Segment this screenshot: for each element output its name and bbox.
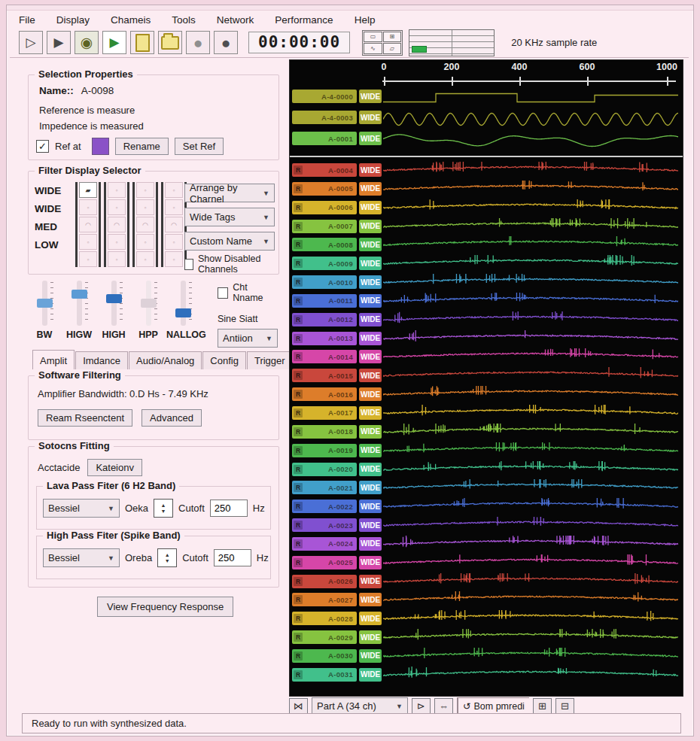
channel-trace[interactable] (383, 255, 678, 272)
analog-mode-dropdown[interactable]: Antiion▼ (218, 329, 278, 348)
port-selector[interactable]: Part A (34 ch)▼ (312, 697, 408, 715)
band-tag[interactable]: WIDE (359, 593, 382, 606)
channel-row[interactable]: RA-0024WIDE (290, 535, 683, 554)
channel-trace[interactable] (383, 311, 678, 329)
channel-label-bar[interactable]: RA-0012 (292, 313, 357, 326)
channel-label-bar[interactable]: RA-0013 (292, 332, 357, 345)
slider-handle[interactable] (37, 299, 53, 308)
band-slider-high[interactable]: HIGH (97, 281, 130, 340)
channel-row[interactable]: RA-0031WIDE (290, 666, 683, 685)
channel-row[interactable]: A-4-0003WIDE (290, 108, 683, 129)
waveform-display[interactable]: 02004006001000 A-4-0000WIDEA-4-0003WIDEA… (289, 59, 683, 697)
filter-matrix-cell[interactable]: ◦ (165, 251, 183, 267)
filter-matrix-cell[interactable]: ◦ (165, 199, 183, 215)
tab-trigger[interactable]: Trigger (247, 351, 293, 369)
filter-matrix-cell[interactable]: ◦ (108, 251, 126, 267)
band-tag[interactable]: WIDE (359, 387, 382, 401)
probe-map-button[interactable]: ▭ ⊞ ∿ ▱ (362, 30, 403, 56)
channel-trace[interactable] (383, 293, 678, 310)
pin-span-icon[interactable]: ⊳ (412, 698, 431, 715)
channel-trace[interactable] (383, 88, 678, 108)
channel-row[interactable]: RA-0027WIDE (290, 591, 683, 609)
channel-trace[interactable] (383, 330, 678, 348)
menu-chameis[interactable]: Chameis (109, 14, 152, 26)
filter-matrix-cell[interactable]: ◠ (79, 217, 97, 232)
grid-view-icon[interactable]: ⊞ (533, 698, 552, 715)
filter-matrix-cell[interactable]: ◦ (136, 199, 154, 215)
channel-label-bar[interactable]: RA-0016 (292, 387, 357, 401)
channel-label-bar[interactable]: RA-0019 (292, 444, 357, 457)
filter-matrix-cell[interactable]: ◦ (136, 251, 154, 267)
band-slider-higw[interactable]: HIGW (62, 281, 96, 340)
filter-matrix-cell[interactable]: ◠ (136, 217, 154, 232)
band-tag[interactable]: WIDE (359, 90, 382, 103)
record-settings-button[interactable]: ◉ (75, 31, 99, 54)
channel-label-bar[interactable]: RA-0026 (292, 575, 357, 588)
channel-trace[interactable] (383, 648, 678, 665)
filter-matrix-cell[interactable]: ◦ (79, 251, 97, 267)
band-tag[interactable]: WIDE (359, 425, 382, 439)
menu-performance[interactable]: Performance (273, 14, 334, 26)
tags-dropdown[interactable]: Wide Tags▼ (184, 208, 275, 226)
channel-row[interactable]: RA-0006WIDE (290, 199, 683, 217)
slider-handle[interactable] (106, 294, 122, 303)
channel-label-bar[interactable]: RA-0008 (292, 238, 357, 251)
play-green-button[interactable]: ▶ (102, 31, 126, 54)
channel-row[interactable]: RA-0021WIDE (290, 478, 683, 497)
filter-matrix-cell[interactable]: ◠ (165, 217, 183, 232)
arrange-dropdown[interactable]: Arrange by Charnel▼ (184, 184, 275, 202)
channel-label-bar[interactable]: RA-0018 (292, 425, 357, 439)
band-tag[interactable]: WIDE (359, 238, 382, 251)
channel-label-bar[interactable]: A-0001 (292, 132, 357, 145)
rename-button[interactable]: Rename (115, 138, 169, 155)
play-dark-button[interactable]: ▶ (47, 31, 71, 54)
channel-row[interactable]: RA-0016WIDE (290, 385, 683, 404)
channel-row[interactable]: RA-0020WIDE (290, 460, 683, 479)
channel-row[interactable]: RA-0009WIDE (290, 254, 683, 273)
channel-label-bar[interactable]: RA-0010 (292, 275, 357, 289)
channel-trace[interactable] (383, 181, 678, 198)
band-tag[interactable]: WIDE (359, 612, 382, 625)
channel-label-bar[interactable]: RA-0031 (292, 668, 357, 682)
band-tag[interactable]: WIDE (359, 111, 382, 124)
channel-row[interactable]: RA-0007WIDE (290, 217, 683, 236)
channel-label-bar[interactable]: RA-0011 (292, 294, 357, 308)
menu-file[interactable]: File (17, 14, 37, 26)
filter-matrix-cell[interactable]: ◦ (165, 234, 183, 250)
channel-row[interactable]: RA-0029WIDE (290, 628, 683, 647)
band-tag[interactable]: WIDE (359, 369, 382, 382)
channel-trace[interactable] (383, 591, 678, 609)
filter-matrix-cell[interactable]: ◦ (108, 199, 126, 215)
channel-row[interactable]: RA-0011WIDE (290, 292, 683, 311)
filter-matrix-cell[interactable]: ◦ (79, 199, 97, 215)
channel-trace[interactable] (383, 109, 678, 129)
channel-row[interactable]: RA-0022WIDE (290, 497, 683, 516)
tab-amplit[interactable]: Amplit (32, 350, 75, 369)
channel-label-bar[interactable]: A-4-0000 (292, 90, 357, 103)
channel-row[interactable]: RA-0010WIDE (290, 273, 683, 292)
channel-row[interactable]: RA-0018WIDE (290, 423, 683, 442)
band-slider-bw[interactable]: BW (28, 281, 61, 340)
lp-order-spinner[interactable]: ▲▼ (154, 499, 173, 518)
channel-label-bar[interactable]: RA-0023 (292, 518, 357, 532)
menu-help[interactable]: Help (353, 14, 377, 26)
channel-label-bar[interactable]: RA-0017 (292, 406, 357, 420)
channel-trace[interactable] (383, 218, 678, 235)
run-button[interactable]: ▷ (19, 31, 43, 54)
filter-matrix-cell[interactable]: ▰ (79, 182, 97, 198)
band-tag[interactable]: WIDE (359, 668, 382, 682)
channel-trace[interactable] (383, 554, 678, 572)
band-slider-hpp[interactable]: HPP (132, 281, 165, 340)
channel-trace[interactable] (383, 424, 678, 441)
channel-row[interactable]: RA-0015WIDE (290, 366, 683, 385)
channel-trace[interactable] (383, 367, 678, 384)
band-slider-nallog[interactable]: NALLOG (166, 281, 199, 340)
channel-row[interactable]: RA-0008WIDE (290, 235, 683, 254)
channel-label-bar[interactable]: RA-0027 (292, 593, 357, 606)
remeasure-button[interactable]: Ream Rseenctent (38, 409, 132, 427)
channel-trace[interactable] (383, 479, 678, 497)
channel-row[interactable]: RA-0013WIDE (290, 330, 683, 348)
channel-row[interactable]: RA-0004WIDE (290, 161, 683, 180)
channel-row[interactable]: RA-0017WIDE (290, 404, 683, 423)
channel-label-bar[interactable]: RA-0028 (292, 612, 357, 625)
